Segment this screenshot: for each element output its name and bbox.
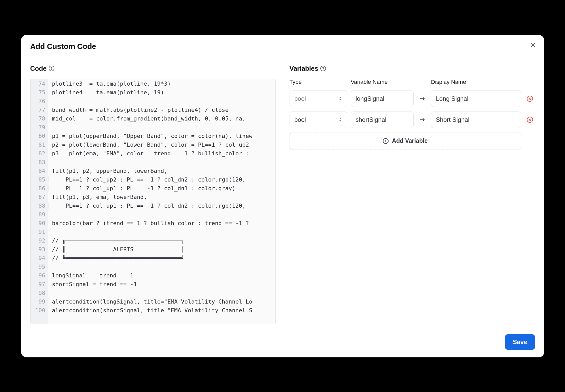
code-section-title: Code ? (30, 65, 276, 73)
code-gutter: 7475767778798081828384858687888990919293… (31, 79, 48, 324)
modal-footer: Save (30, 334, 535, 350)
variables-label: Variables (290, 65, 318, 73)
maps-to-icon (417, 116, 428, 123)
type-select[interactable]: bool (290, 91, 347, 107)
add-variable-label: Add Variable (392, 137, 428, 144)
chevron-updown-icon (338, 96, 342, 102)
close-button[interactable] (529, 41, 537, 49)
remove-variable-button[interactable] (525, 116, 535, 123)
col-header-display: Display Name (431, 79, 521, 85)
col-header-type: Type (290, 79, 347, 85)
code-label: Code (30, 65, 47, 73)
variables-header-row: Type Variable Name Display Name (290, 79, 535, 85)
variable-name-input[interactable]: longSignal (351, 91, 414, 107)
variables-section-title: Variables ? (290, 65, 535, 73)
help-icon[interactable]: ? (49, 66, 54, 71)
code-editor[interactable]: 7475767778798081828384858687888990919293… (30, 79, 276, 324)
plus-circle-icon (383, 138, 389, 144)
close-icon (530, 42, 536, 48)
display-name-input[interactable]: Short Signal (431, 112, 521, 128)
variable-name-input[interactable]: shortSignal (351, 112, 414, 128)
code-lines[interactable]: plotline3 = ta.ema(plotline, 19*3)plotli… (48, 79, 275, 324)
save-button[interactable]: Save (505, 334, 535, 350)
help-icon[interactable]: ? (320, 66, 326, 71)
variables-section: Variables ? Type Variable Name Display N… (290, 65, 535, 324)
add-custom-code-modal: Add Custom Code Code ? 74757677787980818… (21, 35, 544, 357)
maps-to-icon (417, 95, 428, 102)
remove-variable-button[interactable] (525, 95, 535, 102)
col-header-name: Variable Name (351, 79, 414, 85)
type-select[interactable]: bool (290, 112, 347, 128)
chevron-updown-icon (338, 117, 342, 123)
display-name-input[interactable]: Long Signal (431, 91, 521, 107)
variable-row: boollongSignalLong Signal (290, 91, 535, 107)
variable-row: boolshortSignalShort Signal (290, 112, 535, 128)
code-section: Code ? 747576777879808182838485868788899… (30, 65, 276, 324)
type-select-value: bool (294, 95, 306, 102)
add-variable-button[interactable]: Add Variable (290, 133, 521, 149)
type-select-value: bool (294, 116, 306, 123)
modal-title: Add Custom Code (30, 42, 535, 51)
